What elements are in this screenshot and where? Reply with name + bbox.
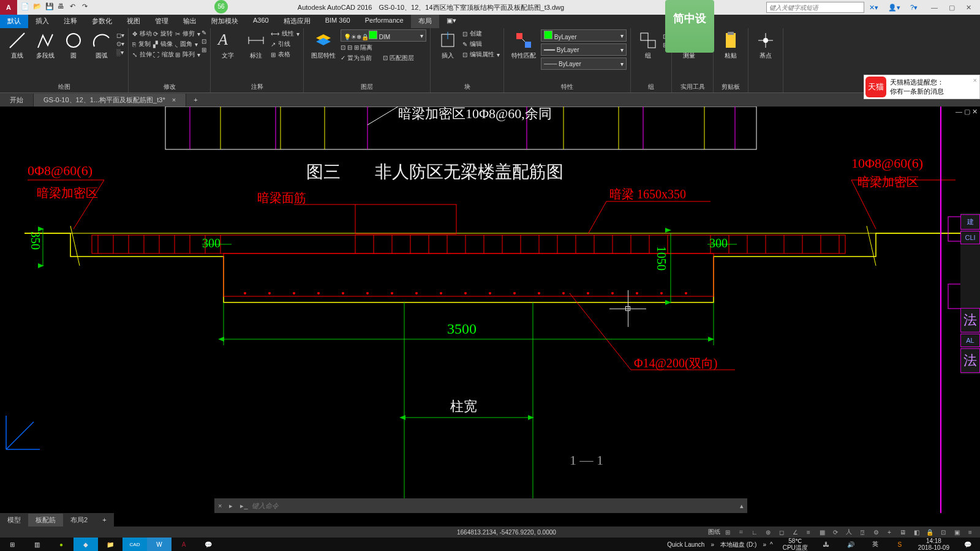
rotate-button[interactable]: ⟳ 旋转 [153,29,174,38]
iso-icon[interactable]: ◧ [910,527,922,537]
layout-add[interactable]: + [95,514,113,525]
basepoint-button[interactable]: 基点 [752,29,779,61]
layer-dropdown[interactable]: 💡☀❄🔒 DIM▾ [341,29,426,42]
tab-parametric[interactable]: 参数化 [85,15,119,28]
layout-model[interactable]: 模型 [0,514,28,527]
qat-redo-icon[interactable]: ↷ [82,2,92,12]
leader-button[interactable]: ↗ 引线 [271,40,300,48]
app2-icon[interactable]: ◆ [74,538,98,551]
tray-sogou-icon[interactable]: S [888,538,912,551]
lineweight-dropdown[interactable]: ━━━ ByLayer▾ [541,43,627,56]
minimize-button[interactable]: — [931,4,938,12]
layer-iso[interactable]: ⊡ ⊟ ⊞ 隔离 [341,43,372,52]
insert-button[interactable]: 插入 [434,29,461,61]
status-space[interactable]: 图纸 [708,528,720,536]
monitor-icon[interactable]: 🖥 [897,527,909,537]
cmd-expand-icon[interactable]: ▴ [736,502,747,510]
notification-badge[interactable]: 56 [214,0,228,13]
app1-icon[interactable]: ● [49,538,74,551]
ortho-icon[interactable]: ∟ [748,527,761,537]
tab-a360[interactable]: A360 [246,15,276,28]
arc-button[interactable]: 圆弧 [88,29,115,61]
tab-layout[interactable]: 布局 [411,15,439,28]
maximize-button[interactable]: ▢ [949,4,955,12]
close-button[interactable]: ✕ [966,4,971,12]
drawing-canvas[interactable]: 暗梁加密区10Φ8@60,余同 图三 非人防区无梁楼盖配筋图 0Φ8@60(6)… [0,107,980,513]
transparency-icon[interactable]: ▦ [816,527,828,537]
trim-button[interactable]: ✂ 修剪 ▾ [175,29,200,38]
move-button[interactable]: ✥ 移动 [132,29,152,38]
group-button[interactable]: 组 [635,29,662,61]
notification-popup[interactable]: 天猫 天猫精选提醒您：你有一条新的消息 × [864,75,980,99]
plus-icon[interactable]: + [883,527,895,537]
doc-close-icon[interactable]: ✕ [972,108,978,115]
osnap-icon[interactable]: ◻ [775,527,788,537]
grid-icon[interactable]: ⊞ [722,527,734,537]
notif-close-icon[interactable]: × [973,77,977,84]
tray-expand-icon[interactable]: ^ [766,541,777,548]
layout-current[interactable]: 板配筋 [28,514,63,527]
lock-icon[interactable]: 🔒 [924,527,936,537]
qat-save-icon[interactable]: 💾 [45,2,55,12]
layer-set[interactable]: ✓ 置为当前 [341,54,372,62]
signin-icon[interactable]: 👤▾ [883,4,905,12]
array-button[interactable]: ⊞ 阵列 ▾ [175,50,200,59]
fillet-button[interactable]: ◟ 圆角 ▾ [175,40,200,48]
qat-new-icon[interactable]: 📄 [21,2,31,12]
disk-label[interactable]: 本地磁盘 (D:) [714,541,763,548]
draw-more-3[interactable]: ░▾ [116,49,124,56]
clock[interactable]: 14:182018-10-09 [912,538,956,551]
command-input[interactable] [252,502,736,509]
layer-match[interactable]: ⊡ 匹配图层 [383,54,414,62]
qat-undo-icon[interactable]: ↶ [70,2,80,12]
tray-vol-icon[interactable]: 🔊 [839,538,863,551]
clean-icon[interactable]: ▣ [951,527,963,537]
cycling-icon[interactable]: ⟳ [829,527,842,537]
paste-button[interactable]: 粘贴 [717,29,744,61]
tab-default[interactable]: 默认 [0,15,28,28]
copy-button[interactable]: ⎘ 复制 [132,40,152,48]
tab-view[interactable]: 视图 [119,15,148,28]
tab-file-current[interactable]: GS-0-10、12、1...构平面及板配筋图_t3* × [34,94,186,107]
otrack-icon[interactable]: ∠ [789,527,801,537]
wps-icon[interactable]: W [147,538,172,551]
side-palette[interactable]: 建CLI 法AL法 [960,213,980,374]
layer-props-button[interactable]: 图层特性 [307,29,339,61]
tab-annotate[interactable]: 注释 [56,15,85,28]
linear-button[interactable]: ⟷ 线性 ▾ [271,29,300,38]
cad-icon[interactable]: CAD [123,538,147,551]
scale-button[interactable]: ⛶ 缩放 [153,50,174,59]
text-button[interactable]: A文字 [214,29,241,61]
app-logo[interactable]: A [0,0,17,15]
doc-min-icon[interactable]: — [956,108,962,115]
modify-ex2[interactable]: ⊡ [202,38,206,45]
modify-ex3[interactable]: ⊞ [202,47,206,53]
tab-output[interactable]: 输出 [176,15,204,28]
tab-manage[interactable]: 管理 [148,15,176,28]
explorer-icon[interactable]: 📁 [98,538,123,551]
circle-button[interactable]: 圆 [60,29,87,61]
match-props[interactable]: 特性匹配 [508,29,540,61]
table-button[interactable]: ⊞ 表格 [271,50,300,59]
modify-ex1[interactable]: ✎ [202,29,206,36]
dim-button[interactable]: 标注 [243,29,270,61]
command-bar[interactable]: × ▸ ▸_ ▴ [214,498,747,513]
qat-open-icon[interactable]: 📂 [33,2,43,12]
color-dropdown[interactable]: ByLayer▾ [541,29,627,42]
linetype-dropdown[interactable]: ─── ByLayer▾ [541,58,627,70]
tray-ime-icon[interactable]: 英 [863,538,888,551]
autocad-icon[interactable]: A [172,538,196,551]
help-icon[interactable]: ?▾ [905,4,922,12]
layout-2[interactable]: 布局2 [63,514,95,527]
tray-net-icon[interactable]: 🖧 [814,538,839,551]
ann-icon[interactable]: 人 [843,527,855,537]
tab-start[interactable]: 开始 [0,94,34,107]
wechat-icon[interactable]: 💬 [196,538,221,551]
doc-max-icon[interactable]: ▢ [964,108,970,115]
mirror-button[interactable]: ▞ 镜像 [153,40,174,48]
action-center-icon[interactable]: 💬 [956,538,980,551]
edit-block[interactable]: ✎ 编辑 [462,40,500,48]
snap-icon[interactable]: ⌗ [735,527,747,537]
hardware-icon[interactable]: ⊡ [937,527,949,537]
cmd-close-icon[interactable]: × [214,502,225,509]
